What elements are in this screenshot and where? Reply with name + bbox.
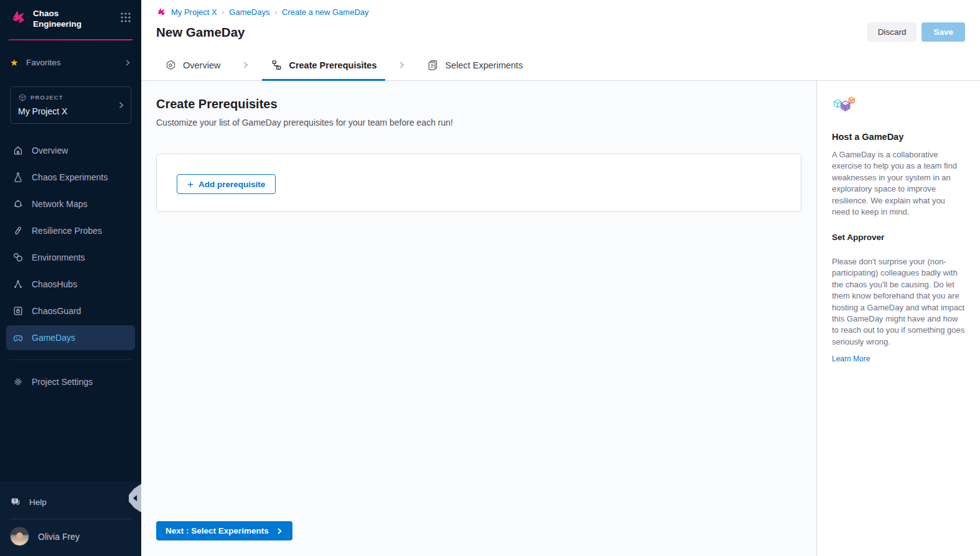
header-actions: Discard Save bbox=[867, 22, 965, 42]
sidebar-item-label: ChaosGuard bbox=[32, 306, 81, 316]
next-button-label: Next : Select Experiments bbox=[166, 526, 269, 535]
user-name: Olivia Frey bbox=[38, 532, 80, 542]
plus-icon: + bbox=[187, 179, 194, 190]
help-panel-paragraph-1: A GameDay is a collaborative exercise to… bbox=[832, 149, 965, 218]
breadcrumb: My Project X › GameDays › Create a new G… bbox=[156, 7, 965, 17]
sidebar-divider bbox=[10, 359, 131, 360]
sidebar-item-label: Resilience Probes bbox=[32, 226, 102, 236]
sidebar-item-network-maps[interactable]: Network Maps bbox=[6, 192, 135, 216]
gameday-cubes-illustration bbox=[832, 96, 857, 118]
sidebar-item-label: Chaos Experiments bbox=[32, 172, 108, 182]
help-button[interactable]: ? Help bbox=[0, 485, 141, 519]
sidebar-item-chaoshubs[interactable]: ChaosHubs bbox=[6, 272, 135, 297]
chevron-right-icon bbox=[241, 61, 250, 69]
chevron-right-icon bbox=[398, 61, 406, 69]
content-row: Create Prerequisites Customize your list… bbox=[141, 81, 980, 556]
environments-icon bbox=[12, 252, 24, 263]
sidebar-item-label: Environments bbox=[32, 253, 85, 262]
cube-icon bbox=[18, 93, 27, 102]
collapse-arrow-icon bbox=[130, 495, 137, 501]
tab-select-experiments[interactable]: Select Experiments bbox=[418, 50, 531, 80]
main-column: My Project X › GameDays › Create a new G… bbox=[141, 0, 980, 556]
main-content: Create Prerequisites Customize your list… bbox=[141, 81, 816, 556]
help-panel: Host a GameDay A GameDay is a collaborat… bbox=[816, 81, 980, 556]
gamepad-icon bbox=[12, 332, 24, 343]
brand-line1: Chaos bbox=[33, 9, 82, 19]
sidebar-item-label: ChaosHubs bbox=[32, 279, 77, 289]
help-chat-icon: ? bbox=[10, 496, 21, 507]
chevron-right-icon: › bbox=[222, 8, 225, 16]
tab-separator bbox=[385, 50, 418, 80]
brand-divider bbox=[9, 39, 133, 40]
breadcrumb-link-gamedays[interactable]: GameDays bbox=[229, 7, 269, 17]
help-panel-subtitle: Set Approver bbox=[832, 233, 965, 242]
favorites-label: Favorites bbox=[26, 58, 61, 67]
page-header: My Project X › GameDays › Create a new G… bbox=[141, 0, 980, 50]
guard-lock-icon bbox=[12, 305, 24, 317]
sidebar-item-resilience-probes[interactable]: Resilience Probes bbox=[6, 218, 135, 243]
help-panel-title: Host a GameDay bbox=[832, 132, 965, 142]
sidebar-item-chaos-experiments[interactable]: Chaos Experiments bbox=[6, 165, 135, 190]
sidebar-item-label: Overview bbox=[32, 146, 68, 155]
help-panel-paragraph-2: Please don't surprise your (non-particip… bbox=[832, 256, 965, 348]
chevron-right-icon: › bbox=[274, 8, 277, 16]
wizard-tabbar: Overview Create Prerequisites Select Exp… bbox=[141, 50, 980, 81]
tab-label: Create Prerequisites bbox=[289, 60, 376, 70]
avatar bbox=[10, 527, 29, 546]
chevron-right-icon bbox=[124, 59, 131, 67]
tab-create-prerequisites[interactable]: Create Prerequisites bbox=[262, 50, 385, 80]
network-map-icon bbox=[12, 198, 24, 210]
content-subtitle: Customize your list of GameDay prerequis… bbox=[156, 118, 801, 127]
left-sidebar: Chaos Engineering ★ Favorites PROJECT My… bbox=[0, 0, 141, 556]
home-icon bbox=[12, 145, 24, 156]
star-icon: ★ bbox=[10, 57, 21, 68]
harness-logo-icon bbox=[156, 7, 166, 17]
sidebar-item-chaosguard[interactable]: ChaosGuard bbox=[6, 299, 135, 323]
tab-label: Select Experiments bbox=[445, 60, 523, 70]
tab-separator bbox=[229, 50, 262, 80]
prerequisites-card: + Add prerequisite bbox=[156, 154, 801, 212]
sidebar-nav: Overview Chaos Experiments Network Maps … bbox=[0, 131, 141, 352]
brand-title: Chaos Engineering bbox=[33, 9, 82, 30]
gear-icon bbox=[12, 376, 24, 387]
probe-icon bbox=[12, 225, 24, 236]
next-select-experiments-button[interactable]: Next : Select Experiments bbox=[156, 521, 292, 540]
add-prerequisite-button[interactable]: + Add prerequisite bbox=[177, 174, 276, 194]
hub-icon bbox=[12, 279, 24, 290]
sidebar-item-label: Network Maps bbox=[32, 199, 87, 209]
tab-label: Overview bbox=[183, 60, 220, 70]
breadcrumb-link-create[interactable]: Create a new GameDay bbox=[282, 7, 368, 17]
chevron-right-icon bbox=[117, 101, 125, 109]
harness-chaos-logo-icon bbox=[10, 9, 27, 25]
tab-overview[interactable]: Overview bbox=[156, 50, 229, 80]
sidebar-item-project-settings[interactable]: Project Settings bbox=[6, 369, 135, 394]
content-heading: Create Prerequisites bbox=[156, 97, 801, 111]
sidebar-item-overview[interactable]: Overview bbox=[6, 138, 135, 163]
add-prerequisite-label: Add prerequisite bbox=[198, 180, 265, 189]
sidebar-item-label: Project Settings bbox=[32, 377, 93, 387]
learn-more-link[interactable]: Learn More bbox=[832, 354, 870, 363]
brand-line2: Engineering bbox=[33, 19, 82, 30]
project-selector[interactable]: PROJECT My Project X bbox=[10, 86, 131, 124]
user-profile[interactable]: Olivia Frey bbox=[0, 519, 141, 556]
project-label-row: PROJECT bbox=[18, 93, 114, 102]
breadcrumb-link-project[interactable]: My Project X bbox=[171, 7, 217, 17]
sidebar-item-label: GameDays bbox=[32, 333, 75, 343]
page-title: New GameDay bbox=[156, 25, 245, 40]
svg-text:?: ? bbox=[14, 499, 16, 503]
sidebar-item-gamedays[interactable]: GameDays bbox=[6, 325, 135, 350]
favorites-row[interactable]: ★ Favorites bbox=[0, 55, 141, 70]
discard-button[interactable]: Discard bbox=[867, 22, 917, 42]
sidebar-bottom-block: ? Help Olivia Frey bbox=[0, 481, 141, 556]
hexagon-gear-icon bbox=[165, 59, 177, 71]
sidebar-item-environments[interactable]: Environments bbox=[6, 245, 135, 270]
flask-icon bbox=[12, 172, 24, 183]
brand-header: Chaos Engineering bbox=[0, 0, 141, 35]
experiment-pages-icon bbox=[427, 59, 439, 71]
save-button[interactable]: Save bbox=[922, 22, 965, 42]
help-label: Help bbox=[29, 498, 47, 507]
chevron-right-icon bbox=[276, 527, 283, 535]
app-grid-icon[interactable] bbox=[120, 12, 131, 23]
project-label: PROJECT bbox=[30, 94, 63, 101]
flowchart-icon bbox=[271, 59, 282, 71]
